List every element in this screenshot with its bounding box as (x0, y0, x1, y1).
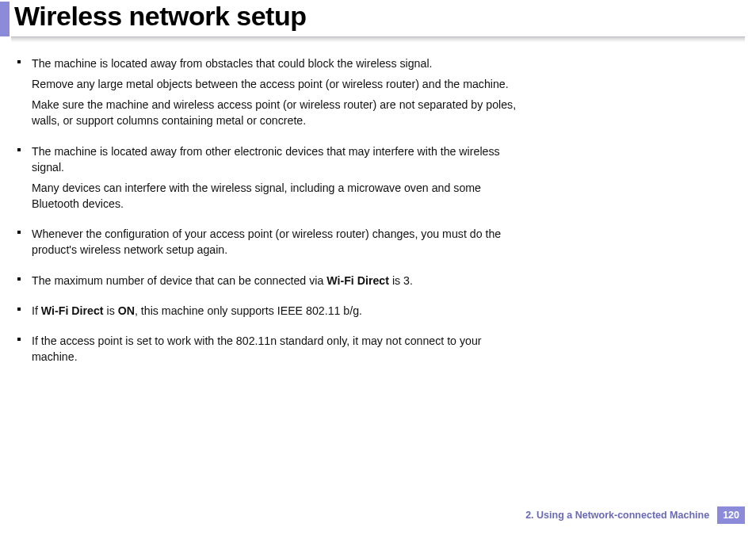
document-page: Wireless network setup The machine is lo… (0, 0, 756, 535)
bullet-paragraph: Many devices can interfere with the wire… (32, 180, 518, 212)
body-text: The maximum number of device that can be… (32, 274, 326, 287)
bullet-dot-icon (17, 308, 21, 311)
bullet-item: The machine is located away from obstacl… (32, 55, 518, 129)
bullet-list: The machine is located away from obstacl… (32, 55, 518, 365)
page-title: Wireless network setup (14, 2, 306, 31)
bullet-paragraph: Remove any large metal objects between t… (32, 76, 518, 92)
title-accent (0, 2, 10, 36)
bullet-dot-icon (17, 148, 21, 151)
bullet-dot-icon (17, 231, 21, 234)
content-area: The machine is located away from obstacl… (0, 44, 756, 365)
bullet-item: The maximum number of device that can be… (32, 273, 518, 289)
body-text: Whenever the configuration of your acces… (32, 227, 501, 256)
bullet-dot-icon (17, 338, 21, 341)
bullet-item: If the access point is set to work with … (32, 333, 518, 365)
bullet-paragraph: The maximum number of device that can be… (32, 273, 518, 289)
bullet-dot-icon (17, 60, 21, 63)
bullet-item: If Wi-Fi Direct is ON, this machine only… (32, 303, 518, 319)
bullet-paragraph: The machine is located away from other e… (32, 143, 518, 175)
title-rule (11, 36, 745, 44)
body-text: is (104, 304, 118, 317)
title-bar: Wireless network setup (0, 0, 756, 36)
footer-page-number: 120 (717, 506, 745, 524)
body-text: The machine is located away from obstacl… (32, 57, 432, 70)
body-text: Make sure the machine and wireless acces… (32, 98, 516, 127)
bullet-paragraph: If Wi-Fi Direct is ON, this machine only… (32, 303, 518, 319)
bold-text: ON (118, 304, 135, 317)
footer: 2. Using a Network-connected Machine 120 (525, 506, 745, 524)
body-text: Many devices can interfere with the wire… (32, 182, 481, 210)
body-text: Remove any large metal objects between t… (32, 78, 509, 90)
bullet-dot-icon (17, 277, 21, 281)
body-text: If the access point is set to work with … (32, 334, 482, 363)
bullet-paragraph: Whenever the configuration of your acces… (32, 226, 518, 258)
bold-text: Wi-Fi Direct (326, 274, 389, 287)
bullet-item: Whenever the configuration of your acces… (32, 226, 518, 258)
body-text: , this machine only supports IEEE 802.11… (135, 304, 362, 317)
bullet-paragraph: The machine is located away from obstacl… (32, 55, 518, 71)
body-text: The machine is located away from other e… (32, 145, 500, 174)
bullet-item: The machine is located away from other e… (32, 143, 518, 212)
bullet-paragraph: If the access point is set to work with … (32, 333, 518, 365)
body-text: is 3. (389, 274, 413, 287)
footer-section-label: 2. Using a Network-connected Machine (525, 510, 709, 521)
bullet-paragraph: Make sure the machine and wireless acces… (32, 97, 518, 128)
body-text: If (32, 304, 41, 317)
bold-text: Wi-Fi Direct (41, 304, 104, 317)
